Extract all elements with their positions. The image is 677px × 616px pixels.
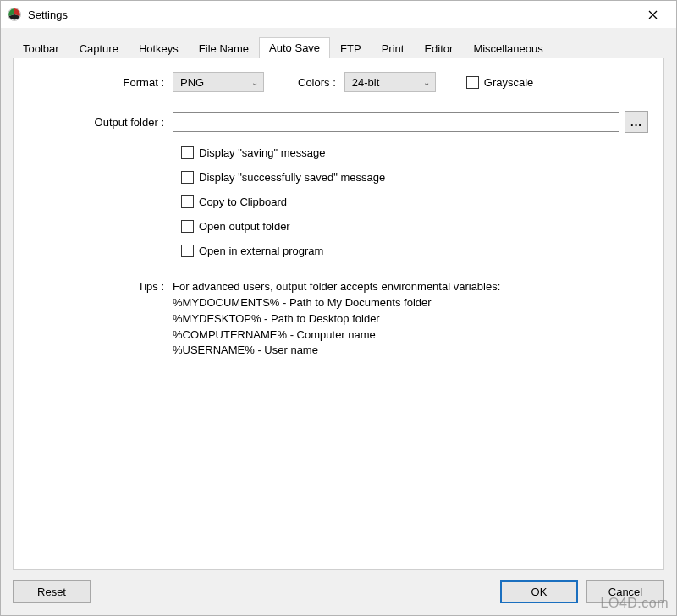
- checkbox-box: [181, 245, 194, 257]
- grayscale-label: Grayscale: [484, 76, 534, 89]
- option-label: Display "saving" message: [199, 146, 325, 159]
- tips-line: %USERNAME% - User name: [173, 343, 500, 359]
- output-folder-row: Output folder : ...: [29, 111, 648, 133]
- tab-panel-auto-save: Format : PNG ⌄ Colors : 24-bit ⌄ Graysca…: [13, 58, 664, 570]
- close-icon: [648, 10, 658, 19]
- close-button[interactable]: [634, 3, 671, 26]
- tab-hotkeys[interactable]: Hotkeys: [129, 38, 189, 58]
- open-folder-checkbox[interactable]: Open output folder: [181, 220, 290, 233]
- format-label: Format :: [29, 76, 173, 89]
- output-folder-label: Output folder :: [29, 116, 173, 129]
- tips-line: %COMPUTERNAME% - Computer name: [173, 327, 500, 344]
- tab-ftp[interactable]: FTP: [330, 38, 372, 58]
- chevron-down-icon: ⌄: [251, 78, 258, 87]
- format-value: PNG: [180, 76, 204, 89]
- content-area: Toolbar Capture Hotkeys File Name Auto S…: [1, 28, 676, 615]
- window-title: Settings: [28, 8, 634, 21]
- colors-select[interactable]: 24-bit ⌄: [344, 72, 436, 92]
- tips-body: For advanced users, output folder accept…: [173, 279, 500, 359]
- cancel-button[interactable]: Cancel: [586, 580, 664, 603]
- tab-miscellaneous[interactable]: Miscellaneous: [463, 38, 553, 58]
- tab-file-name[interactable]: File Name: [189, 38, 259, 58]
- options-group: Display "saving" message Display "succes…: [181, 146, 648, 269]
- open-external-checkbox[interactable]: Open in external program: [181, 245, 323, 257]
- colors-label: Colors :: [298, 76, 336, 89]
- tips-line: %MYDESKTOP% - Path to Desktop folder: [173, 311, 500, 327]
- tips-intro: For advanced users, output folder accept…: [173, 279, 500, 295]
- tips-label: Tips :: [29, 279, 173, 359]
- tabstrip: Toolbar Capture Hotkeys File Name Auto S…: [13, 36, 664, 58]
- grayscale-checkbox[interactable]: Grayscale: [466, 76, 534, 89]
- display-saving-checkbox[interactable]: Display "saving" message: [181, 146, 325, 159]
- browse-button[interactable]: ...: [625, 111, 648, 133]
- option-label: Display "successfully saved" message: [199, 171, 385, 184]
- output-folder-input[interactable]: [173, 112, 619, 132]
- tab-auto-save[interactable]: Auto Save: [259, 37, 330, 58]
- ok-button[interactable]: OK: [500, 580, 578, 603]
- dialog-buttons: Reset OK Cancel: [13, 580, 664, 603]
- chevron-down-icon: ⌄: [423, 78, 430, 87]
- tips-block: Tips : For advanced users, output folder…: [29, 279, 648, 359]
- display-success-checkbox[interactable]: Display "successfully saved" message: [181, 171, 385, 184]
- tab-editor[interactable]: Editor: [414, 38, 463, 58]
- option-label: Open output folder: [199, 220, 290, 233]
- option-label: Copy to Clipboard: [199, 195, 287, 208]
- tab-print[interactable]: Print: [372, 38, 415, 58]
- format-row: Format : PNG ⌄ Colors : 24-bit ⌄ Graysca…: [29, 72, 648, 92]
- reset-button[interactable]: Reset: [13, 580, 91, 603]
- checkbox-box: [466, 76, 479, 89]
- checkbox-box: [181, 220, 194, 233]
- settings-window: Settings Toolbar Capture Hotkeys File Na…: [0, 0, 677, 616]
- checkbox-box: [181, 171, 194, 184]
- titlebar: Settings: [1, 1, 676, 28]
- checkbox-box: [181, 195, 194, 208]
- option-label: Open in external program: [199, 245, 323, 257]
- format-select[interactable]: PNG ⌄: [173, 72, 264, 92]
- tab-toolbar[interactable]: Toolbar: [13, 38, 69, 58]
- tab-capture[interactable]: Capture: [69, 38, 129, 58]
- copy-clipboard-checkbox[interactable]: Copy to Clipboard: [181, 195, 287, 208]
- app-icon: [8, 8, 21, 21]
- checkbox-box: [181, 146, 194, 159]
- colors-value: 24-bit: [352, 76, 380, 89]
- tips-line: %MYDOCUMENTS% - Path to My Documents fol…: [173, 295, 500, 311]
